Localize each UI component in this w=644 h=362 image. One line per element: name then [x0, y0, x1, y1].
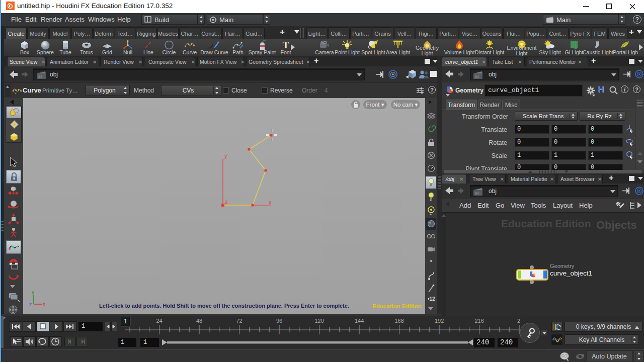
svg-text:120: 120	[314, 318, 324, 324]
svg-text:72: 72	[236, 318, 242, 324]
svg-text:192: 192	[435, 318, 444, 324]
svg-text:24: 24	[156, 318, 162, 324]
svg-text:48: 48	[196, 318, 202, 324]
svg-text:+: +	[430, 213, 432, 216]
svg-text:2: 2	[517, 318, 520, 324]
svg-text:T: T	[283, 40, 289, 50]
svg-text:144: 144	[355, 318, 364, 324]
svg-text:x: x	[269, 199, 272, 205]
svg-text:+: +	[430, 199, 432, 202]
svg-text:z: z	[225, 199, 228, 205]
svg-text:64: 64	[475, 75, 479, 78]
svg-text:64: 64	[38, 75, 42, 78]
svg-text:96: 96	[276, 318, 282, 324]
svg-text:64: 64	[475, 192, 479, 195]
svg-text:y: y	[224, 153, 227, 159]
svg-text:168: 168	[394, 318, 404, 324]
svg-text:216: 216	[474, 318, 484, 324]
svg-text:y: y	[32, 290, 34, 295]
